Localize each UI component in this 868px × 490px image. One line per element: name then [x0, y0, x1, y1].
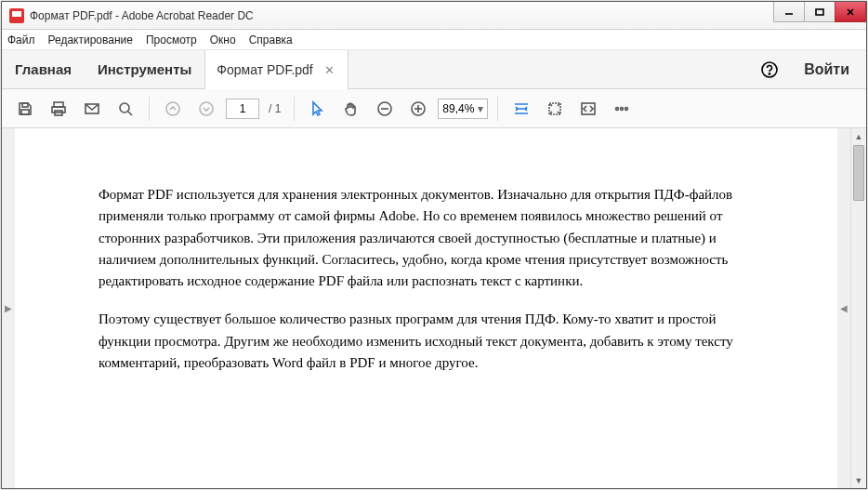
- svg-line-13: [128, 112, 132, 115]
- menu-view[interactable]: Просмотр: [146, 33, 197, 46]
- svg-point-25: [621, 107, 624, 110]
- print-icon: [50, 100, 67, 117]
- minimize-button[interactable]: [773, 2, 805, 22]
- menu-file[interactable]: Файл: [7, 33, 35, 46]
- menubar: Файл Редактирование Просмотр Окно Справк…: [2, 30, 866, 50]
- zoom-out-button[interactable]: [371, 95, 399, 123]
- svg-point-12: [120, 103, 129, 113]
- right-panel-toggle[interactable]: ◀: [837, 128, 850, 488]
- page-down-button[interactable]: [192, 95, 220, 123]
- search-button[interactable]: [112, 95, 139, 123]
- hand-icon: [343, 100, 360, 117]
- svg-rect-6: [22, 103, 28, 107]
- more-tools-button[interactable]: [608, 95, 636, 123]
- svg-point-5: [769, 73, 770, 73]
- menu-edit[interactable]: Редактирование: [48, 33, 133, 46]
- page-up-button[interactable]: [159, 95, 187, 123]
- more-icon: [613, 100, 630, 117]
- arrow-down-icon: [198, 100, 215, 117]
- scroll-up-arrow[interactable]: ▲: [851, 128, 866, 144]
- vertical-scrollbar[interactable]: ▲ ▼: [850, 128, 866, 488]
- fit-width-button[interactable]: [507, 95, 535, 123]
- close-icon[interactable]: ✕: [322, 63, 336, 77]
- tab-home[interactable]: Главная: [2, 50, 85, 88]
- menu-window[interactable]: Окно: [210, 33, 236, 46]
- plus-icon: [410, 100, 427, 117]
- fit-page-button[interactable]: [541, 95, 569, 123]
- signin-button[interactable]: Войти: [787, 50, 866, 88]
- read-mode-button[interactable]: [574, 95, 602, 123]
- titlebar: Формат PDF.pdf - Adobe Acrobat Reader DC: [2, 2, 866, 30]
- tab-document[interactable]: Формат PDF.pdf ✕: [204, 50, 348, 89]
- fit-page-icon: [546, 100, 563, 117]
- svg-rect-9: [52, 107, 65, 113]
- tab-document-label: Формат PDF.pdf: [217, 62, 312, 77]
- zoom-value: 89,4%: [442, 102, 474, 115]
- menu-help[interactable]: Справка: [249, 33, 293, 46]
- cursor-icon: [309, 100, 326, 117]
- svg-point-14: [166, 102, 179, 115]
- svg-rect-7: [21, 110, 29, 114]
- window-controls: [774, 2, 866, 29]
- scroll-down-arrow[interactable]: ▼: [851, 472, 866, 488]
- tabbar: Главная Инструменты Формат PDF.pdf ✕ Вой…: [2, 50, 866, 89]
- left-panel-toggle[interactable]: ▶: [2, 128, 15, 488]
- svg-point-24: [616, 107, 619, 110]
- selection-tool-button[interactable]: [304, 95, 332, 123]
- app-window: Формат PDF.pdf - Adobe Acrobat Reader DC…: [1, 1, 867, 489]
- chevron-down-icon: ▾: [478, 102, 483, 115]
- print-button[interactable]: [45, 95, 72, 123]
- save-button[interactable]: [11, 95, 39, 123]
- email-button[interactable]: [78, 95, 106, 123]
- email-icon: [84, 100, 100, 117]
- page-total-label: / 1: [265, 102, 284, 115]
- zoom-in-button[interactable]: [404, 95, 432, 123]
- document-viewport[interactable]: Формат PDF используется для хранения эле…: [15, 128, 837, 488]
- content-area: ▶ Формат PDF используется для хранения э…: [2, 128, 866, 488]
- help-icon: [760, 60, 779, 79]
- page-number-input[interactable]: [226, 99, 259, 119]
- search-icon: [117, 100, 134, 117]
- zoom-select[interactable]: 89,4% ▾: [438, 99, 488, 119]
- fit-width-icon: [513, 100, 530, 117]
- toolbar: / 1 89,4% ▾: [2, 89, 866, 128]
- app-icon: [9, 8, 24, 23]
- paragraph: Поэтому существует большое количество ра…: [99, 309, 754, 374]
- close-button[interactable]: [835, 2, 866, 22]
- window-title: Формат PDF.pdf - Adobe Acrobat Reader DC: [30, 9, 774, 22]
- page: Формат PDF используется для хранения эле…: [15, 128, 837, 428]
- save-icon: [17, 100, 33, 117]
- expand-icon: [580, 100, 597, 117]
- hand-tool-button[interactable]: [337, 95, 365, 123]
- minus-icon: [376, 100, 393, 117]
- tab-tools[interactable]: Инструменты: [85, 50, 204, 88]
- maximize-button[interactable]: [804, 2, 835, 22]
- paragraph: Формат PDF используется для хранения эле…: [99, 184, 754, 292]
- svg-point-15: [200, 102, 213, 115]
- arrow-up-icon: [164, 100, 181, 117]
- svg-point-26: [625, 107, 628, 110]
- scroll-thumb[interactable]: [853, 145, 864, 201]
- svg-rect-1: [816, 9, 823, 15]
- help-button[interactable]: [752, 50, 787, 88]
